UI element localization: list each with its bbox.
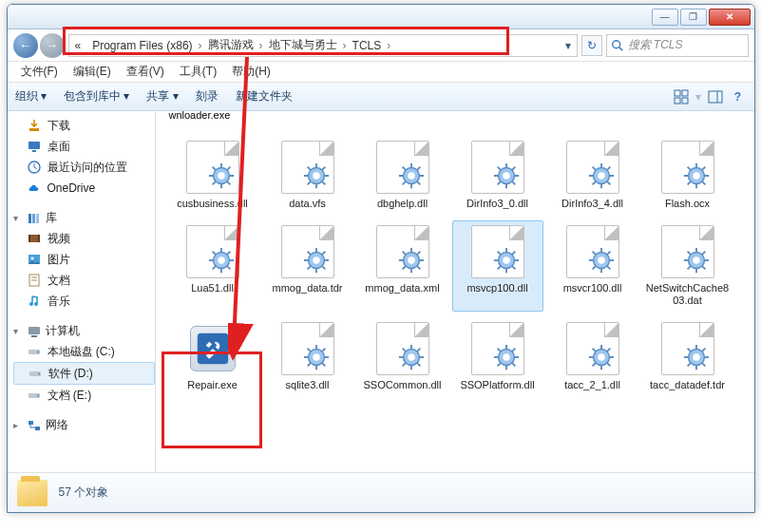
menu-help[interactable]: 帮助(H) <box>224 64 278 80</box>
svg-line-120 <box>402 252 405 255</box>
svg-rect-5 <box>682 98 688 104</box>
toolbar-new-folder[interactable]: 新建文件夹 <box>236 88 293 104</box>
toolbar-include-library[interactable]: 包含到库中 ▾ <box>64 88 129 104</box>
toolbar-organize[interactable]: 组织 ▾ <box>15 88 47 104</box>
svg-line-50 <box>307 167 310 170</box>
file-name: msvcr100.dll <box>563 282 622 294</box>
svg-line-133 <box>512 252 515 255</box>
file-item[interactable]: sqlite3.dll <box>262 317 353 396</box>
gear-icon <box>587 246 616 275</box>
file-item[interactable]: wnloader.exe <box>169 111 231 121</box>
sidebar-item-drive-d[interactable]: 软件 (D:) <box>13 362 155 385</box>
svg-line-51 <box>322 181 325 184</box>
sidebar-item-videos[interactable]: 视频 <box>13 228 155 249</box>
breadcrumb-segment[interactable]: 地下城与勇士 <box>263 37 343 53</box>
svg-point-32 <box>37 395 39 397</box>
svg-line-112 <box>307 266 310 269</box>
gear-icon <box>397 162 426 190</box>
svg-point-74 <box>503 172 510 180</box>
menu-tools[interactable]: 工具(T) <box>172 64 224 80</box>
svg-line-61 <box>417 181 420 184</box>
svg-line-192 <box>607 363 610 366</box>
file-item[interactable]: Repair.exe <box>167 317 258 396</box>
svg-line-172 <box>417 363 420 366</box>
menubar: 文件(F) 编辑(E) 查看(V) 工具(T) 帮助(H) <box>8 62 754 83</box>
file-item[interactable]: Lua51.dll <box>167 220 258 312</box>
svg-point-154 <box>693 256 700 264</box>
preview-pane-icon[interactable] <box>707 88 724 105</box>
minimize-button[interactable]: — <box>652 9 678 26</box>
menu-edit[interactable]: 编辑(E) <box>66 64 119 80</box>
svg-line-60 <box>402 167 405 170</box>
sidebar-item-drive-e[interactable]: 文档 (E:) <box>13 385 155 406</box>
sidebar-header-libraries[interactable]: ▾ 库 <box>13 208 155 228</box>
svg-line-193 <box>592 363 595 366</box>
sidebar-header-computer[interactable]: ▾ 计算机 <box>13 321 155 341</box>
sidebar-item-pictures[interactable]: 图片 <box>13 249 155 270</box>
search-input[interactable]: 搜索 TCLS <box>606 34 749 57</box>
body: 下载 桌面 最近访问的位置 OneDrive ▾ <box>8 111 754 472</box>
address-dropdown-icon[interactable]: ▾ <box>560 39 577 52</box>
svg-line-194 <box>607 349 610 352</box>
file-item[interactable]: mmog_data.xml <box>357 220 448 312</box>
menu-view[interactable]: 查看(V) <box>119 64 172 80</box>
file-item[interactable]: tacc_2_1.dll <box>547 317 638 396</box>
svg-rect-14 <box>36 214 39 223</box>
svg-line-122 <box>402 266 405 269</box>
file-item[interactable]: dbghelp.dll <box>357 136 448 215</box>
sidebar-item-music[interactable]: 音乐 <box>13 291 155 312</box>
address-bar[interactable]: « Program Files (x86) › 腾讯游戏 › 地下城与勇士 › … <box>68 34 578 57</box>
sidebar-item-documents[interactable]: 文档 <box>13 270 155 291</box>
chevron-down-icon: ▾ <box>13 326 23 336</box>
toolbar-burn[interactable]: 刻录 <box>196 88 219 104</box>
file-name: tacc_2_1.dll <box>564 379 620 391</box>
file-item[interactable]: SSOCommon.dll <box>357 317 448 396</box>
sidebar-item-label: 最近访问的位置 <box>48 159 127 176</box>
refresh-icon: ↻ <box>587 39 597 52</box>
svg-line-80 <box>592 167 595 170</box>
help-icon[interactable]: ? <box>730 88 747 105</box>
svg-line-121 <box>417 266 420 269</box>
maximize-button[interactable]: ❐ <box>680 9 707 26</box>
file-item[interactable]: DirInfo3_0.dll <box>452 136 543 215</box>
file-item[interactable]: cusbusiness.dll <box>167 136 258 215</box>
sidebar-item-onedrive[interactable]: OneDrive <box>13 178 155 199</box>
sidebar-group-favorites: 下载 桌面 最近访问的位置 OneDrive <box>13 115 155 199</box>
breadcrumb-segment[interactable]: 腾讯游戏 <box>202 37 259 53</box>
toolbar-share[interactable]: 共享 ▾ <box>146 88 178 104</box>
file-item[interactable]: Flash.ocx <box>642 136 733 215</box>
file-item[interactable]: DirInfo3_4.dll <box>547 136 638 215</box>
file-item[interactable]: NetSwitchCache803.dat <box>642 220 733 312</box>
forward-button[interactable]: → <box>40 33 65 58</box>
file-item[interactable]: SSOPlatform.dll <box>452 317 543 396</box>
breadcrumb-segment[interactable]: Program Files (x86) <box>86 39 198 52</box>
svg-point-165 <box>313 353 320 361</box>
status-count: 57 个对象 <box>59 484 109 501</box>
back-button[interactable]: ← <box>13 33 38 58</box>
breadcrumb-segment[interactable]: TCLS <box>347 39 388 52</box>
sidebar-header-network[interactable]: ▸ 网络 <box>13 415 155 435</box>
file-item[interactable]: msvcr100.dll <box>547 220 638 312</box>
file-pane[interactable]: wnloader.exe cusbusiness.dll data.vfs <box>156 111 754 472</box>
svg-line-103 <box>227 252 230 255</box>
svg-line-82 <box>592 181 595 184</box>
svg-marker-16 <box>29 235 30 242</box>
file-item[interactable]: data.vfs <box>262 136 353 215</box>
file-item[interactable]: msvcp100.dll <box>452 220 543 312</box>
close-button[interactable]: ✕ <box>709 9 751 26</box>
menu-file[interactable]: 文件(F) <box>13 64 66 80</box>
sidebar-item-downloads[interactable]: 下载 <box>13 115 155 136</box>
refresh-button[interactable]: ↻ <box>581 35 602 56</box>
sidebar-item-recent[interactable]: 最近访问的位置 <box>13 157 155 178</box>
view-options-icon[interactable] <box>673 88 690 105</box>
gear-icon <box>682 246 711 275</box>
file-item[interactable]: mmog_data.tdr <box>262 220 353 312</box>
sidebar-item-desktop[interactable]: 桌面 <box>13 136 155 157</box>
file-name: wnloader.exe <box>169 111 231 121</box>
gear-icon <box>207 246 236 275</box>
gear-icon <box>492 162 521 190</box>
file-item[interactable]: tacc_datadef.tdr <box>642 317 733 396</box>
svg-line-93 <box>702 167 705 170</box>
sidebar-item-drive-c[interactable]: 本地磁盘 (C:) <box>13 341 155 362</box>
gear-icon <box>302 246 331 275</box>
